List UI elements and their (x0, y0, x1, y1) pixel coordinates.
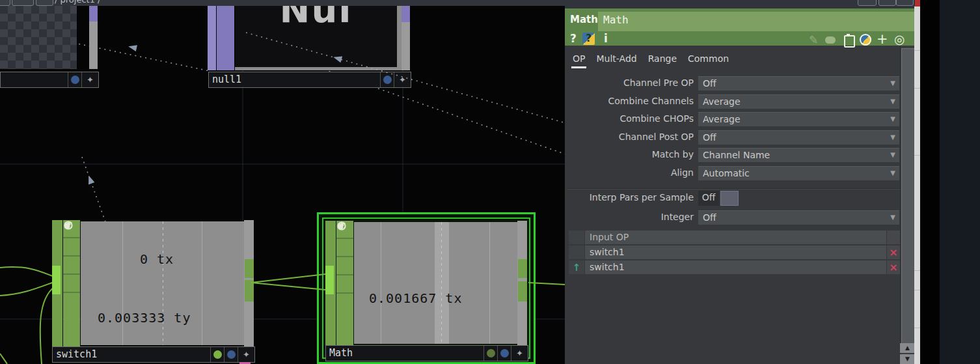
param-dropdown[interactable]: Automatic▼ (698, 166, 899, 180)
param-row: AlignAutomatic▼ (565, 166, 903, 180)
dropdown-value: Channel Name (703, 150, 770, 160)
pane-button[interactable] (896, 0, 914, 6)
chevron-down-icon: ▼ (890, 98, 895, 105)
chevron-down-icon: ▼ (890, 79, 895, 87)
pane-button[interactable] (858, 0, 877, 6)
header-spacer-cell (887, 231, 900, 244)
toolbar-bookmark-button[interactable] (36, 0, 53, 6)
param-label[interactable]: Interp Pars per Sample (565, 191, 694, 203)
scroll-down-button[interactable]: ▼ (900, 354, 915, 364)
copy-parameters-icon[interactable] (844, 35, 855, 48)
param-dropdown[interactable]: Off▼ (698, 130, 899, 145)
interp-toggle-value[interactable]: Off (698, 191, 719, 206)
param-row: Channel Post OPOff▼ (565, 130, 903, 145)
section-divider (567, 188, 900, 189)
table-header-row: Input OP (569, 231, 900, 244)
input-op-header: Input OP (585, 231, 886, 244)
parameter-tabs: OPMult-AddRangeCommon (573, 53, 729, 68)
python-help-icon[interactable]: ? (582, 33, 595, 45)
param-row: Combine ChannelsAverage▼ (565, 94, 903, 109)
param-label[interactable]: Combine CHOPs (565, 112, 694, 124)
dropdown-value: Off (703, 78, 716, 89)
chevron-down-icon: ▼ (890, 133, 895, 141)
table-row: switch1× (569, 245, 900, 259)
op-type-label: Math (570, 14, 598, 25)
toolbar-button[interactable] (0, 0, 10, 6)
param-row: Combine CHOPsAverage▼ (565, 112, 903, 126)
network-editor[interactable]: ✦ Nul null1 ✦ (0, 0, 565, 364)
network-path-breadcrumb[interactable]: / project1 / (55, 0, 100, 5)
pencil-icon[interactable]: ✎ (809, 33, 818, 46)
param-label[interactable]: Channel Pre OP (565, 76, 694, 88)
param-row: Match byChannel Name▼ (565, 148, 903, 162)
delete-input-icon[interactable]: × (887, 245, 900, 259)
comment-icon[interactable] (825, 36, 836, 44)
chevron-down-icon: ▼ (890, 115, 895, 122)
delete-input-icon[interactable]: × (887, 260, 900, 274)
input-op-value[interactable]: switch1 (585, 245, 886, 259)
param-label[interactable]: Match by (565, 148, 694, 160)
scroll-up-button[interactable]: ▲ (900, 343, 915, 353)
parameter-header: Math Math ? ? i ✎ + ◎ (565, 8, 915, 46)
target-icon[interactable]: ◎ (894, 32, 905, 46)
row-handle-cell[interactable] (569, 245, 584, 259)
touchdesigner-window: ✦ Nul null1 ✦ (0, 0, 980, 364)
param-label[interactable]: Align (565, 166, 694, 178)
input-op-value[interactable]: switch1 (585, 260, 886, 274)
empty-region (920, 0, 940, 364)
dropdown-value: Average (703, 114, 741, 124)
param-row: Channel Pre OPOff▼ (565, 76, 903, 91)
parameter-panel: Math Math ? ? i ✎ + ◎ OPMult-AddRangeCom… (565, 0, 915, 364)
dropdown-value: Average (703, 96, 741, 107)
dropdown-value: Off (703, 212, 716, 223)
tab-range[interactable]: Range (648, 53, 677, 68)
python-expressions-icon[interactable] (860, 34, 871, 46)
chevron-down-icon: ▼ (890, 151, 895, 158)
tab-common[interactable]: Common (688, 53, 729, 68)
tab-mult-add[interactable]: Mult-Add (596, 53, 636, 68)
integer-dropdown[interactable]: Off ▼ (698, 210, 899, 225)
table-row: ↑switch1× (569, 260, 900, 274)
chevron-down-icon: ▼ (890, 169, 895, 176)
add-parameter-icon[interactable]: + (877, 31, 888, 47)
param-label[interactable]: Integer (565, 210, 694, 222)
op-name-field[interactable]: Math (598, 12, 915, 31)
dropdown-value: Automatic (703, 168, 750, 178)
panel-scrollbar-thumb[interactable] (901, 48, 915, 344)
row-handle-cell[interactable] (569, 231, 584, 244)
pane-button[interactable] (878, 0, 896, 6)
toolbar-button[interactable] (12, 0, 34, 6)
param-label[interactable]: Combine Channels (565, 94, 694, 106)
pane-splitter[interactable] (914, 0, 920, 364)
param-row-interp: Interp Pars per Sample Off (565, 191, 903, 205)
tab-op[interactable]: OP (573, 53, 585, 68)
param-dropdown[interactable]: Average▼ (698, 94, 899, 109)
adjacent-pane-edge (940, 0, 980, 364)
param-dropdown[interactable]: Channel Name▼ (698, 148, 899, 162)
dropdown-value: Off (703, 132, 716, 143)
interp-toggle-knob[interactable] (720, 191, 739, 206)
wires-layer-over (0, 0, 565, 364)
info-icon[interactable]: i (604, 32, 608, 45)
splitter-handle[interactable] (914, 0, 920, 7)
active-input-arrow-icon[interactable]: ↑ (569, 260, 584, 274)
input-op-table: Input OPswitch1×↑switch1× (569, 231, 900, 275)
param-dropdown[interactable]: Off▼ (698, 76, 899, 91)
param-dropdown[interactable]: Average▼ (698, 112, 899, 126)
top-toolbar: / project1 / (0, 0, 915, 6)
param-label[interactable]: Channel Post OP (565, 130, 694, 142)
help-icon[interactable]: ? (570, 32, 577, 45)
param-row-integer: Integer Off ▼ (565, 210, 903, 225)
chevron-down-icon: ▼ (890, 214, 895, 221)
